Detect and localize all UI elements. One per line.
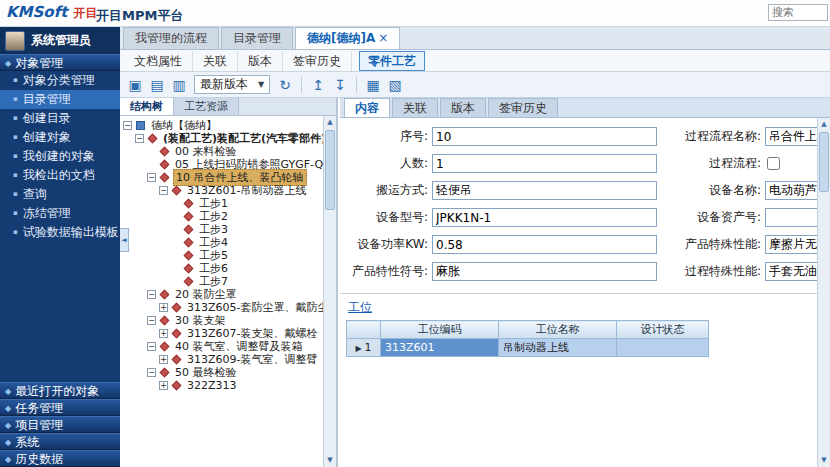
subtab-relations[interactable]: 关联 <box>193 51 238 71</box>
scroll-up-icon[interactable]: ▲ <box>818 118 830 131</box>
process-special-property-field[interactable] <box>765 262 817 281</box>
sidebar-item-query[interactable]: ▪查询 <box>0 185 120 204</box>
sidebar-section-project-management[interactable]: ◆项目管理 <box>0 416 120 433</box>
sidebar-section-recent-objects[interactable]: ◆最近打开的对象 <box>0 382 120 399</box>
scrollbar-thumb[interactable] <box>819 132 829 192</box>
sidebar-item-my-created-objects[interactable]: ▪我创建的对象 <box>0 147 120 166</box>
product-special-property-field[interactable] <box>765 235 817 254</box>
copy-icon[interactable]: ▧ <box>385 75 405 95</box>
print-icon[interactable]: ▣ <box>125 75 145 95</box>
tab-content[interactable]: 内容 <box>344 98 390 117</box>
subtab-versions[interactable]: 版本 <box>238 51 283 71</box>
expand-icon[interactable]: + <box>159 303 168 312</box>
collapse-icon[interactable]: − <box>159 186 168 195</box>
equipment-model-field[interactable] <box>432 208 657 227</box>
process-flow-checkbox[interactable] <box>767 157 780 170</box>
expand-icon[interactable]: + <box>159 329 168 338</box>
move-top-icon[interactable]: ↥ <box>308 75 328 95</box>
transport-method-field[interactable] <box>432 181 657 200</box>
subtab-part-process[interactable]: 零件工艺 <box>359 51 425 71</box>
sidebar-item-directory-management[interactable]: ▪目录管理 <box>0 90 120 109</box>
people-count-field[interactable] <box>432 154 657 173</box>
tab-process-resources[interactable]: 工艺资源 <box>174 98 239 115</box>
new-doc-icon[interactable]: ▤ <box>147 75 167 95</box>
scroll-up-icon[interactable]: ▲ <box>324 116 336 129</box>
collapse-icon[interactable]: − <box>147 316 156 325</box>
sidebar-collapse-handle[interactable]: ◄ <box>120 228 129 252</box>
table-icon[interactable]: ▦ <box>363 75 383 95</box>
sidebar-item-create-object[interactable]: ▪创建对象 <box>0 128 120 147</box>
collapse-icon[interactable]: − <box>147 368 156 377</box>
tab-structure-tree[interactable]: 结构树 <box>120 98 174 115</box>
subtab-review-history[interactable]: 签审历史 <box>283 51 352 71</box>
sidebar-item-test-data-template[interactable]: ▪试验数据输出模板 <box>0 223 120 242</box>
move-bottom-icon[interactable]: ↧ <box>330 75 350 95</box>
sidebar-section-history-data[interactable]: ◆历史数据 <box>0 450 120 467</box>
collapse-icon[interactable]: − <box>135 134 144 143</box>
expand-icon[interactable]: + <box>159 381 168 390</box>
tab-my-processes[interactable]: 我管理的流程 <box>123 27 219 49</box>
sidebar-item-create-directory[interactable]: ▪创建目录 <box>0 109 120 128</box>
process-property-form: 序号: 过程流程名称: 人数: 过程流程: 搬运方式: 设备名 <box>340 118 817 288</box>
design-status-cell[interactable] <box>617 339 709 357</box>
sidebar-section-system[interactable]: ◆系统 <box>0 433 120 450</box>
bullet-icon: ▪ <box>13 95 18 103</box>
column-header-station-code[interactable]: 工位编码 <box>381 321 499 339</box>
refresh-icon[interactable]: ↻ <box>275 75 295 95</box>
tree-node-final-inspection[interactable]: − 50 最终检验 <box>147 366 323 379</box>
scroll-down-icon[interactable]: ▼ <box>818 454 830 467</box>
tree-node-step-1[interactable]: 工步1 <box>171 197 323 210</box>
equipment-name-field[interactable] <box>765 181 817 200</box>
tab-versions[interactable]: 版本 <box>440 98 486 117</box>
tab-dana-active[interactable]: 德纳[德纳]A× <box>295 27 400 49</box>
collapse-icon[interactable]: − <box>123 121 132 130</box>
tree-node-step-6[interactable]: 工步6 <box>171 262 323 275</box>
station-name-cell[interactable]: 吊制动器上线 <box>499 339 617 357</box>
subtab-document-properties[interactable]: 文档属性 <box>124 51 193 71</box>
column-header-design-status[interactable]: 设计状态 <box>617 321 709 339</box>
scrollbar-thumb[interactable] <box>325 130 335 210</box>
sidebar-item-my-checked-out-docs[interactable]: ▪我检出的文档 <box>0 166 120 185</box>
tree-node-step-5[interactable]: 工步5 <box>171 249 323 262</box>
sidebar-section-object-management[interactable]: ◆对象管理 <box>0 54 120 71</box>
expand-icon[interactable]: + <box>159 355 168 364</box>
tree-node-322z313[interactable]: + 322Z313 <box>159 379 323 392</box>
version-dropdown[interactable]: 最新版本 ▼ <box>194 75 270 94</box>
tab-review-history[interactable]: 签审历史 <box>488 98 558 117</box>
search-input[interactable] <box>768 4 828 21</box>
close-icon[interactable]: × <box>378 31 388 45</box>
collapse-icon[interactable]: − <box>147 290 156 299</box>
sidebar-bottom-sections: ◆最近打开的对象 ◆任务管理 ◆项目管理 ◆系统 ◆历史数据 <box>0 382 120 467</box>
open-doc-icon[interactable]: ▥ <box>169 75 189 95</box>
scroll-down-icon[interactable]: ▼ <box>324 454 336 467</box>
station-code-cell[interactable]: 313Z601 <box>381 339 499 357</box>
transport-method-label: 搬运方式: <box>340 182 428 199</box>
collapse-icon[interactable]: − <box>147 173 156 182</box>
equipment-asset-field[interactable] <box>765 208 817 227</box>
tree-scrollbar[interactable]: ▲ ▼ <box>323 116 336 467</box>
detail-scrollbar[interactable]: ▲ ▼ <box>817 118 830 467</box>
tab-relations[interactable]: 关联 <box>392 98 438 117</box>
form-row: 人数: 过程流程: <box>340 150 817 177</box>
serial-number-field[interactable] <box>432 127 657 146</box>
product-symbol-field[interactable] <box>432 262 657 281</box>
process-route-name-field[interactable] <box>765 127 817 146</box>
tab-directory-management[interactable]: 目录管理 <box>221 27 293 49</box>
table-row[interactable]: ▶1 313Z601 吊制动器上线 <box>347 339 709 357</box>
tree-node-step-4[interactable]: 工步4 <box>171 236 323 249</box>
sidebar-item-label: 查询 <box>23 187 47 201</box>
diamond-icon: ◆ <box>5 438 11 447</box>
step-icon <box>184 199 194 209</box>
workstation-link[interactable]: 工位 <box>348 299 372 316</box>
tree-node-step-2[interactable]: 工步2 <box>171 210 323 223</box>
sidebar-item-object-classification[interactable]: ▪对象分类管理 <box>0 71 120 90</box>
product-root-icon <box>136 121 145 130</box>
equipment-power-field[interactable] <box>432 235 657 254</box>
structure-tree-panel: 结构树 工艺资源 − 德纳【德纳】 − (装配工艺)装配工艺(汽车零部件) <box>120 98 338 467</box>
row-header-cell[interactable]: ▶1 <box>347 339 381 357</box>
tree-node-step-3[interactable]: 工步3 <box>171 223 323 236</box>
column-header-station-name[interactable]: 工位名称 <box>499 321 617 339</box>
sidebar-section-task-management[interactable]: ◆任务管理 <box>0 399 120 416</box>
sidebar-item-freeze-management[interactable]: ▪冻结管理 <box>0 204 120 223</box>
collapse-icon[interactable]: − <box>147 342 156 351</box>
